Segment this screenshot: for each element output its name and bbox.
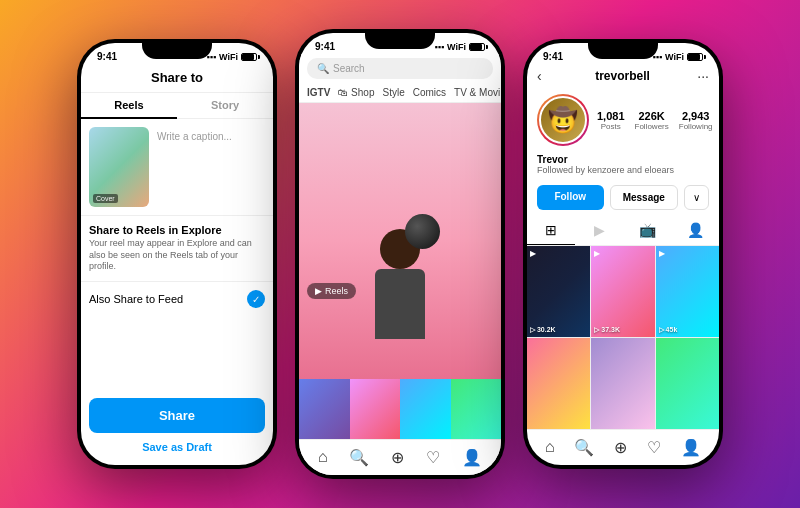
phone1-title: Share to: [151, 70, 203, 85]
thumb-4: [451, 379, 502, 439]
phone3-screen: ‹ trevorbell ··· 🤠 1,081 Posts 226K: [527, 64, 719, 465]
grid-item-5: [591, 338, 654, 429]
explore-option: Share to Reels in Explore Your reel may …: [81, 215, 273, 281]
thumb-2: [350, 379, 401, 439]
feed-option[interactable]: Also Share to Feed ✓: [81, 281, 273, 316]
video-main: ▶ Reels: [299, 103, 501, 379]
action-buttons[interactable]: Follow Message ∨: [527, 181, 719, 216]
profile-info: 🤠 1,081 Posts 226K Followers 2,943: [527, 88, 719, 152]
grid-count-2: ▷ 37.3K: [594, 326, 620, 334]
battery-icon-3: [687, 53, 703, 61]
feed-label: Also Share to Feed: [89, 293, 183, 305]
feed-check[interactable]: ✓: [247, 290, 265, 308]
bio-name: Trevor: [537, 154, 709, 165]
nav-search-2[interactable]: 🔍: [349, 448, 369, 467]
phone2-screen: 🔍 Search IGTV 🛍 Shop Style Comics TV & M…: [299, 54, 501, 475]
back-arrow[interactable]: ‹: [537, 68, 542, 84]
profile-tab-icons[interactable]: ⊞ ▶ 📺 👤: [527, 216, 719, 246]
nav-person-2[interactable]: 👤: [462, 448, 482, 467]
battery-icon-1: [241, 53, 257, 61]
tab-igtv-icon[interactable]: 📺: [623, 216, 671, 245]
nav-home-2[interactable]: ⌂: [318, 448, 328, 467]
thumb-3: [400, 379, 451, 439]
play-icon-3: ▶: [659, 249, 665, 258]
followers-label: Followers: [635, 122, 669, 131]
signal-icon-2: ▪▪▪: [435, 42, 445, 52]
person-body: [375, 269, 425, 339]
profile-username: trevorbell: [548, 69, 698, 83]
nav-add-3[interactable]: ⊕: [614, 438, 627, 457]
categories-bar[interactable]: IGTV 🛍 Shop Style Comics TV & Movi: [299, 83, 501, 103]
following-count: 2,943: [679, 110, 713, 122]
wifi-icon-1: WiFi: [219, 52, 238, 62]
notch-1: [142, 39, 212, 59]
wifi-icon-2: WiFi: [447, 42, 466, 52]
phone2-nav[interactable]: ⌂ 🔍 ⊕ ♡ 👤: [299, 439, 501, 475]
video-thumbnail: Cover: [89, 127, 149, 207]
phone1-content: Cover Write a caption... Share to Reels …: [81, 119, 273, 465]
tab-reels-icon[interactable]: ▶: [575, 216, 623, 245]
following-label: Following: [679, 122, 713, 131]
stat-posts: 1,081 Posts: [597, 110, 625, 131]
bio-followed: Followed by kenzoere and eloears: [537, 165, 709, 175]
caption-input[interactable]: Write a caption...: [157, 127, 265, 207]
followers-count: 226K: [635, 110, 669, 122]
share-button[interactable]: Share: [89, 398, 265, 433]
dropdown-button[interactable]: ∨: [684, 185, 709, 210]
status-time-2: 9:41: [315, 41, 335, 52]
grid-item-2: ▶ ▷ 37.3K: [591, 246, 654, 337]
stat-followers: 226K Followers: [635, 110, 669, 131]
search-input[interactable]: 🔍 Search: [307, 58, 493, 79]
play-icon-2: ▶: [594, 249, 600, 258]
person-silhouette: [299, 103, 501, 379]
nav-add-2[interactable]: ⊕: [391, 448, 404, 467]
person-head: [380, 229, 420, 269]
more-options-icon[interactable]: ···: [697, 68, 709, 84]
thumbnail-row: [299, 379, 501, 439]
tab-reels[interactable]: Reels: [81, 93, 177, 119]
tab-grid-icon[interactable]: ⊞: [527, 216, 575, 245]
grid-count-1: ▷ 30.2K: [530, 326, 556, 334]
category-comics[interactable]: Comics: [413, 87, 446, 98]
phone3-nav[interactable]: ⌂ 🔍 ⊕ ♡ 👤: [527, 429, 719, 465]
phone-1: 9:41 ▪▪▪ WiFi Share to Reels Story: [77, 39, 277, 469]
message-button[interactable]: Message: [610, 185, 679, 210]
profile-stats: 1,081 Posts 226K Followers 2,943 Followi…: [597, 110, 713, 131]
grid-item-3: ▶ ▷ 45k: [656, 246, 719, 337]
nav-heart-2[interactable]: ♡: [426, 448, 440, 467]
wifi-icon-3: WiFi: [665, 52, 684, 62]
nav-home-3[interactable]: ⌂: [545, 438, 555, 457]
basketball: [405, 214, 440, 249]
tab-story[interactable]: Story: [177, 93, 273, 118]
grid-item-6: [656, 338, 719, 429]
nav-heart-3[interactable]: ♡: [647, 438, 661, 457]
reels-text: Reels: [325, 286, 348, 296]
avatar: 🤠: [537, 94, 589, 146]
phone-2: 9:41 ▪▪▪ WiFi 🔍 Search IGTV 🛍 Shop: [295, 29, 505, 479]
nav-person-3[interactable]: 👤: [681, 438, 701, 457]
explore-option-title: Share to Reels in Explore: [89, 224, 265, 236]
reels-icon: ▶: [315, 286, 322, 296]
explore-option-desc: Your reel may appear in Explore and can …: [89, 238, 265, 273]
status-time-1: 9:41: [97, 51, 117, 62]
profile-header: ‹ trevorbell ···: [527, 64, 719, 88]
thumb-1: [299, 379, 350, 439]
grid-count-3: ▷ 45k: [659, 326, 678, 334]
search-bar[interactable]: 🔍 Search: [299, 54, 501, 83]
search-placeholder: Search: [333, 63, 365, 74]
avatar-image: 🤠: [539, 96, 587, 144]
category-style[interactable]: Style: [382, 87, 404, 98]
category-shop[interactable]: 🛍 Shop: [338, 87, 374, 98]
category-igtv[interactable]: IGTV: [307, 87, 330, 98]
profile-grid: ▶ ▷ 30.2K ▶ ▷ 37.3K ▶ ▷ 45k: [527, 246, 719, 429]
reels-label: ▶ Reels: [307, 283, 356, 299]
status-icons-3: ▪▪▪ WiFi: [653, 52, 704, 62]
save-draft-button[interactable]: Save as Draft: [81, 441, 273, 465]
follow-button[interactable]: Follow: [537, 185, 604, 210]
phone1-tabs[interactable]: Reels Story: [81, 93, 273, 119]
tab-tagged-icon[interactable]: 👤: [671, 216, 719, 245]
category-tv[interactable]: TV & Movi: [454, 87, 500, 98]
nav-search-3[interactable]: 🔍: [574, 438, 594, 457]
status-icons-2: ▪▪▪ WiFi: [435, 42, 486, 52]
phone-3: 9:41 ▪▪▪ WiFi ‹ trevorbell ··· 🤠: [523, 39, 723, 469]
